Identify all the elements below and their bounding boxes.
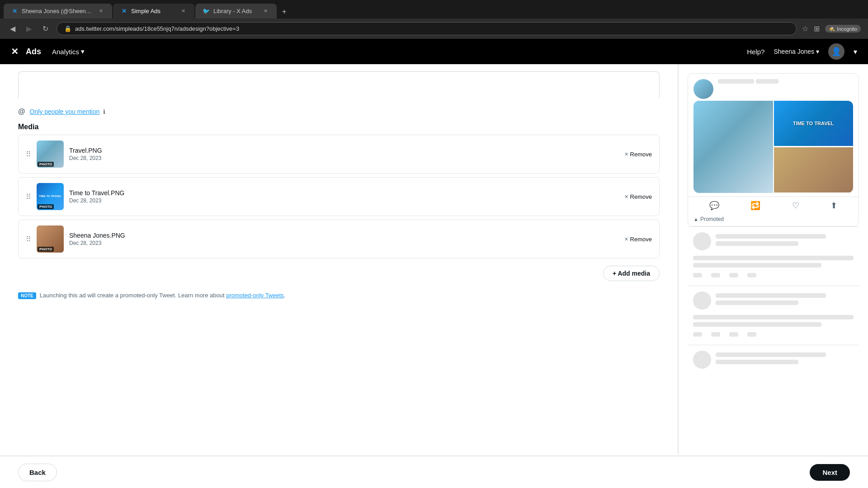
incognito-icon: 🕵 <box>829 26 835 32</box>
tab-bar: ✕ Sheena Jones (@SheenaJone4... ✕ ✕ Simp… <box>0 0 868 19</box>
skeleton-section-3 <box>688 345 859 380</box>
skeleton-lines-2 <box>716 293 854 308</box>
add-media-button[interactable]: + Add media <box>603 266 660 281</box>
x-favicon-1: ✕ <box>11 8 18 15</box>
header-right: Help? Sheena Jones ▾ 👤 ▾ <box>747 43 857 60</box>
user-avatar[interactable]: 👤 <box>828 43 844 60</box>
analytics-chevron-icon: ▾ <box>81 47 85 56</box>
right-panel: TIME TO TRAVEL 💬 🔁 ♡ ⬆ ▲ Promoted <box>678 64 868 455</box>
skeleton-section-1 <box>688 226 859 286</box>
media-info-travel: Travel.PNG Dec 28, 2023 <box>69 147 619 161</box>
next-button[interactable]: Next <box>810 464 850 481</box>
remove-x-icon-3: × <box>624 235 628 243</box>
split-screen-icon[interactable]: ⊞ <box>814 24 820 33</box>
media-date-sheena: Dec 28, 2023 <box>69 240 619 246</box>
remove-time-travel-button[interactable]: × Remove <box>624 193 652 200</box>
preview-name-skeleton <box>718 79 754 84</box>
media-name-travel: Travel.PNG <box>69 147 619 154</box>
photo-badge-3: PHOTO <box>38 247 54 252</box>
comment-action-icon[interactable]: 💬 <box>709 201 719 211</box>
url-bar[interactable]: 🔒 ads.twitter.com/simpleads/18ce55njq7n/… <box>57 22 797 35</box>
skeleton-line-3a <box>716 352 826 357</box>
remove-x-icon-1: × <box>624 150 628 158</box>
time-travel-thumb-text: TIME TO TRAVEL <box>38 194 62 199</box>
media-thumbnail-travel: PHOTO <box>37 141 64 168</box>
tweet-text-input[interactable] <box>18 71 660 99</box>
skeleton-action-2d <box>747 332 756 337</box>
back-nav-button[interactable]: ◀ <box>7 23 18 35</box>
remove-sheena-button[interactable]: × Remove <box>624 235 652 243</box>
back-button[interactable]: Back <box>18 464 57 481</box>
analytics-label: Analytics <box>52 48 79 56</box>
skeleton-body-2b <box>693 322 821 327</box>
tab-simple-ads[interactable]: ✕ Simple Ads ✕ <box>113 4 194 19</box>
tab-title-sheena: Sheena Jones (@SheenaJone4... <box>22 8 94 14</box>
drag-handle-1[interactable]: ⠿ <box>26 150 31 159</box>
drag-handle-2[interactable]: ⠿ <box>26 192 31 201</box>
media-info-sheena: Sheena Jones.PNG Dec 28, 2023 <box>69 232 619 246</box>
skeleton-action-2c <box>729 332 738 337</box>
skeleton-lines-1 <box>716 234 854 249</box>
preview-img-cell-3 <box>774 147 854 192</box>
ads-label: Ads <box>26 47 41 56</box>
new-tab-button[interactable]: + <box>278 5 291 19</box>
browser-actions: ☆ ⊞ 🕵 Incognito <box>802 24 861 33</box>
main-content: @ Only people you mention ℹ Media ⠿ PHOT… <box>0 64 868 455</box>
skeleton-row-1 <box>693 232 854 250</box>
media-date-travel: Dec 28, 2023 <box>69 155 619 161</box>
account-dropdown-icon[interactable]: ▾ <box>854 47 857 56</box>
user-menu-button[interactable]: Sheena Jones ▾ <box>774 48 819 55</box>
skeleton-action-2b <box>711 332 720 337</box>
share-action-icon[interactable]: ⬆ <box>830 201 837 211</box>
incognito-badge: 🕵 Incognito <box>825 25 861 33</box>
preview-img-cell-1 <box>693 101 773 193</box>
tab-close-simple-ads[interactable]: ✕ <box>179 7 187 15</box>
skeleton-line-1b <box>716 241 798 246</box>
remove-travel-label: Remove <box>630 151 652 158</box>
reply-setting-row: @ Only people you mention ℹ <box>0 99 678 116</box>
user-dropdown-icon: ▾ <box>816 48 819 55</box>
help-button[interactable]: Help? <box>747 48 764 56</box>
browser-chrome: ✕ Sheena Jones (@SheenaJone4... ✕ ✕ Simp… <box>0 0 868 39</box>
skeleton-row-3 <box>693 351 854 369</box>
skeleton-row-2 <box>693 291 854 310</box>
skeleton-body-1a <box>693 256 854 260</box>
reply-setting-label[interactable]: Only people you mention <box>30 108 100 115</box>
skeleton-line-3b <box>716 360 798 364</box>
note-section: NOTE Launching this ad will create a pro… <box>0 285 678 306</box>
tab-library[interactable]: 🐦 Library - X Ads ✕ <box>195 4 277 19</box>
promoted-tweets-link[interactable]: promoted-only Tweets <box>226 292 284 299</box>
like-action-icon[interactable]: ♡ <box>792 201 799 211</box>
promoted-text: Promoted <box>700 216 724 222</box>
star-icon[interactable]: ☆ <box>802 24 808 33</box>
remove-travel-button[interactable]: × Remove <box>624 150 652 158</box>
tab-close-library[interactable]: ✕ <box>262 7 269 15</box>
refresh-button[interactable]: ↻ <box>40 23 51 35</box>
skeleton-action-1a <box>693 273 702 277</box>
incognito-label: Incognito <box>837 26 857 32</box>
preview-tweet-avatar <box>693 79 713 99</box>
skeleton-avatar-2 <box>693 291 711 310</box>
note-text-before: Launching this ad will create a promoted… <box>40 292 226 299</box>
skeleton-line-1a <box>716 234 826 239</box>
tab-close-sheena[interactable]: ✕ <box>97 7 105 15</box>
add-media-section: + Add media <box>0 262 678 285</box>
note-badge: NOTE <box>18 292 36 299</box>
tab-sheena-jones[interactable]: ✕ Sheena Jones (@SheenaJone4... ✕ <box>4 4 112 19</box>
skeleton-section-2 <box>688 286 859 345</box>
reply-info-icon[interactable]: ℹ <box>103 108 105 115</box>
add-media-label: + Add media <box>613 270 650 277</box>
drag-handle-3[interactable]: ⠿ <box>26 235 31 244</box>
footer: Back Next <box>0 455 868 488</box>
bird-favicon-3: 🐦 <box>203 8 210 15</box>
media-item-sheena: ⠿ PHOTO Sheena Jones.PNG Dec 28, 2023 × … <box>18 220 660 258</box>
promoted-label-row: ▲ Promoted <box>688 214 859 226</box>
analytics-button[interactable]: Analytics ▾ <box>48 45 88 58</box>
forward-nav-button[interactable]: ▶ <box>24 23 34 35</box>
photo-badge-2: PHOTO <box>38 204 54 209</box>
header-left: ✕ Ads Analytics ▾ <box>11 45 88 58</box>
retweet-action-icon[interactable]: 🔁 <box>750 201 760 211</box>
preview-img-cell-2: TIME TO TRAVEL <box>774 101 854 146</box>
preview-tweet-actions: 💬 🔁 ♡ ⬆ <box>688 197 859 214</box>
preview-image-grid: TIME TO TRAVEL <box>693 101 853 193</box>
